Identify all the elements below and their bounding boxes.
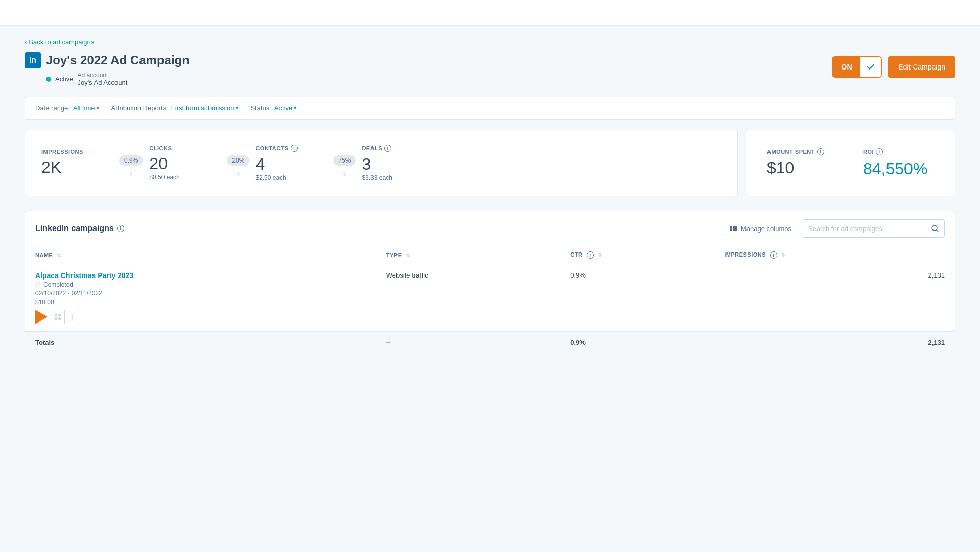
date-range-filter: Date range: All time ▾ xyxy=(35,104,99,112)
deals-info-icon[interactable]: i xyxy=(384,145,391,152)
ctr-sort-icon[interactable]: ⇅ xyxy=(598,252,602,258)
table-row: Alpaca Christmas Party 2023 Completed 02… xyxy=(25,264,955,332)
campaign-toggle[interactable]: ON xyxy=(832,56,882,78)
date-range-chevron-icon: ▾ xyxy=(97,105,99,111)
campaign-header: in Joy's 2022 Ad Campaign Active Ad acco… xyxy=(25,52,955,86)
attribution-label: Attribution Reports: xyxy=(111,104,168,112)
clicks-to-contacts-separator: 20% › xyxy=(221,155,255,179)
action-btn-2[interactable] xyxy=(65,310,79,324)
edit-campaign-button[interactable]: Edit Campaign xyxy=(888,56,955,78)
svg-line-4 xyxy=(937,230,939,232)
stats-main-panel: IMPRESSIONS 2K 0.9% › CLICKS 20 $0.50 ea… xyxy=(25,130,738,196)
svg-point-10 xyxy=(72,316,73,318)
amount-spent-stat: AMOUNT SPENT i $10 xyxy=(767,148,838,178)
contacts-info-icon[interactable]: i xyxy=(291,145,298,152)
date-range-value[interactable]: All time ▾ xyxy=(73,104,99,112)
clicks-value: 20 xyxy=(149,155,168,172)
name-cell-actions xyxy=(35,310,366,324)
row-name-cell: Alpaca Christmas Party 2023 Completed 02… xyxy=(25,264,376,332)
search-input[interactable] xyxy=(802,220,926,237)
contacts-pct-badge: 75% xyxy=(333,155,356,166)
row-type-cell: Website traffic xyxy=(376,264,560,332)
page-wrapper: ‹ Back to ad campaigns in Joy's 2022 Ad … xyxy=(0,0,980,552)
row-ctr-cell: 0.9% xyxy=(560,264,714,332)
totals-type: -- xyxy=(376,332,560,354)
amount-spent-info-icon[interactable]: i xyxy=(817,148,824,155)
contacts-value: 4 xyxy=(255,156,265,172)
status-filter-label: Status: xyxy=(250,104,271,112)
impressions-sort-icon[interactable]: ⇅ xyxy=(781,252,785,258)
type-sort-icon[interactable]: ⇅ xyxy=(406,252,410,258)
campaign-meta: Active Ad account Joy's Ad Account xyxy=(25,72,190,86)
deals-sub: $3.33 each xyxy=(362,174,392,181)
clicks-pct-badge: 20% xyxy=(227,155,249,166)
table-header-row: NAME ⇅ TYPE ⇅ CTR i ⇅ IM xyxy=(25,246,955,264)
impressions-to-clicks-separator: 0.9% › xyxy=(113,155,149,179)
search-button[interactable] xyxy=(926,220,944,237)
totals-impressions: 2,131 xyxy=(714,332,955,354)
deals-label: DEALS i xyxy=(362,145,391,152)
campaign-title: Joy's 2022 Ad Campaign xyxy=(46,53,190,67)
campaign-title-row: in Joy's 2022 Ad Campaign xyxy=(25,52,190,68)
status-dot-icon xyxy=(46,77,51,82)
col-type: TYPE ⇅ xyxy=(376,246,560,264)
linkedin-campaigns-section: LinkedIn campaigns i Manage columns xyxy=(25,211,955,354)
manage-columns-button[interactable]: Manage columns xyxy=(726,222,796,235)
status-filter-value[interactable]: Active ▾ xyxy=(274,104,296,112)
status-label: Active xyxy=(55,75,73,83)
campaign-spend: $10.00 xyxy=(35,298,366,306)
back-link[interactable]: ‹ Back to ad campaigns xyxy=(25,38,94,46)
clicks-sub: $0.50 each xyxy=(149,174,179,181)
name-sort-icon[interactable]: ⇅ xyxy=(57,252,61,258)
amount-spent-label: AMOUNT SPENT i xyxy=(767,148,824,155)
svg-rect-8 xyxy=(58,317,61,320)
contacts-to-deals-separator: 75% › xyxy=(327,155,362,179)
roi-info-icon[interactable]: i xyxy=(876,148,883,155)
impressions-col-info-icon[interactable]: i xyxy=(770,251,777,259)
top-bar xyxy=(0,0,980,26)
toggle-on-label: ON xyxy=(833,57,860,77)
col-impressions: IMPRESSIONS i ⇅ xyxy=(714,246,955,264)
deals-stat: DEALS i 3 $3.33 each xyxy=(362,145,433,181)
ad-account-label: Ad account xyxy=(77,72,127,79)
clicks-label: CLICKS xyxy=(149,145,172,151)
filters-bar: Date range: All time ▾ Attribution Repor… xyxy=(25,97,955,120)
attribution-chevron-icon: ▾ xyxy=(236,105,238,111)
meta-account: Ad account Joy's Ad Account xyxy=(77,72,127,86)
name-cell-wrapper: Alpaca Christmas Party 2023 Completed 02… xyxy=(35,271,366,324)
impressions-pct-badge: 0.9% xyxy=(119,155,143,166)
action-icon-2 xyxy=(68,313,76,320)
stats-right-panel: AMOUNT SPENT i $10 ROI i 84,550% xyxy=(746,130,955,196)
action-btn-1[interactable] xyxy=(51,310,65,324)
ctr-info-icon[interactable]: i xyxy=(587,251,594,259)
svg-rect-0 xyxy=(730,226,732,231)
arrow-right-icon xyxy=(35,310,48,324)
roi-value: 84,550% xyxy=(863,159,927,178)
campaign-name-link[interactable]: Alpaca Christmas Party 2023 xyxy=(35,271,366,280)
date-range-label: Date range: xyxy=(35,104,70,112)
row-impressions-cell: 2,131 xyxy=(714,264,955,332)
attribution-value[interactable]: First form submission ▾ xyxy=(171,104,239,112)
linkedin-icon: in xyxy=(25,52,41,68)
contacts-label: CONTACTS i xyxy=(255,145,297,152)
roi-stat: ROI i 84,550% xyxy=(863,148,935,178)
campaign-status-circle-icon xyxy=(35,282,40,287)
attribution-filter: Attribution Reports: First form submissi… xyxy=(111,104,239,112)
table-title: LinkedIn campaigns i xyxy=(35,224,124,233)
svg-rect-5 xyxy=(55,314,57,316)
contacts-stat: CONTACTS i 4 $2.50 each xyxy=(255,145,327,181)
table-title-info-icon[interactable]: i xyxy=(117,225,124,232)
svg-point-11 xyxy=(72,318,73,320)
search-box xyxy=(802,219,945,238)
status-chevron-icon: ▾ xyxy=(294,105,296,111)
impressions-label: IMPRESSIONS xyxy=(41,149,83,155)
svg-rect-6 xyxy=(58,314,61,316)
table-thead: NAME ⇅ TYPE ⇅ CTR i ⇅ IM xyxy=(25,246,955,264)
action-icon-1 xyxy=(54,313,61,320)
svg-rect-1 xyxy=(733,226,735,231)
svg-point-9 xyxy=(72,314,73,316)
contacts-sub: $2.50 each xyxy=(255,174,286,181)
table-controls: Manage columns xyxy=(726,219,945,238)
manage-columns-icon xyxy=(730,224,738,233)
search-icon xyxy=(931,224,939,233)
